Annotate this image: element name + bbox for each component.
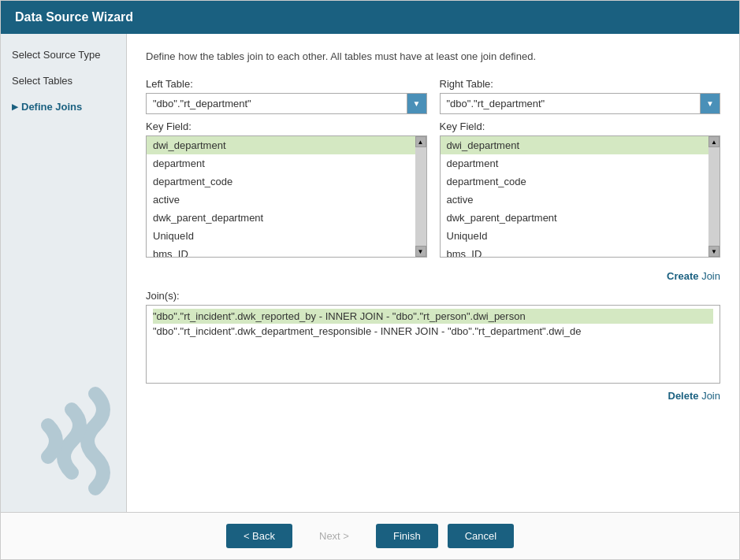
sidebar-item-label: Define Joins bbox=[21, 101, 82, 113]
left-table-dropdown-btn[interactable]: ▼ bbox=[407, 93, 427, 114]
right-table-label: Right Table: bbox=[440, 78, 721, 90]
key-fields-row: Key Field: dwi_department department dep… bbox=[146, 121, 720, 258]
create-join-rest: Join bbox=[699, 270, 720, 282]
chevron-icon: ▶ bbox=[12, 102, 18, 111]
delete-join-link[interactable]: Delete Join bbox=[668, 390, 721, 402]
main-content: Define how the tables join to each other… bbox=[127, 34, 739, 512]
sidebar-logo bbox=[1, 370, 127, 496]
list-item[interactable]: active bbox=[441, 191, 709, 209]
dialog-body: Select Source Type Select Tables ▶ Defin… bbox=[1, 34, 739, 512]
sidebar-item-label: Select Source Type bbox=[12, 49, 101, 61]
right-table-dropdown-btn[interactable]: ▼ bbox=[700, 93, 720, 114]
scrollbar-down-btn[interactable]: ▼ bbox=[708, 246, 720, 257]
scrollbar-down-btn[interactable]: ▼ bbox=[415, 246, 426, 257]
left-key-field-listbox[interactable]: dwi_department department department_cod… bbox=[146, 135, 427, 258]
dialog-title: Data Source Wizard bbox=[15, 10, 133, 24]
cancel-button[interactable]: Cancel bbox=[448, 524, 514, 548]
right-table-section: Right Table: "dbo"."rt_department" ▼ bbox=[440, 78, 721, 114]
sidebar-item-select-source-type[interactable]: Select Source Type bbox=[1, 42, 126, 68]
joins-label: Join(s): bbox=[146, 290, 720, 302]
right-table-dropdown-wrapper: "dbo"."rt_department" ▼ bbox=[440, 93, 721, 114]
scrollbar-track bbox=[415, 147, 426, 246]
logo-icon bbox=[17, 370, 111, 496]
right-table-select[interactable]: "dbo"."rt_department" bbox=[440, 93, 721, 114]
tables-row: Left Table: "dbo"."rt_department" ▼ Righ… bbox=[146, 78, 720, 114]
scrollbar-up-btn[interactable]: ▲ bbox=[708, 136, 720, 147]
left-table-select[interactable]: "dbo"."rt_department" bbox=[146, 93, 427, 114]
back-button[interactable]: < Back bbox=[226, 524, 292, 548]
create-join-bold: Create bbox=[667, 270, 698, 282]
list-item[interactable]: dwi_department bbox=[441, 136, 709, 154]
delete-join-bold: Delete bbox=[668, 390, 699, 402]
list-item[interactable]: UniqueId bbox=[147, 227, 415, 245]
right-key-field-label: Key Field: bbox=[440, 121, 721, 132]
list-item[interactable]: department_code bbox=[147, 172, 415, 191]
next-button: Next > bbox=[302, 524, 366, 548]
list-item[interactable]: UniqueId bbox=[441, 227, 709, 245]
list-item[interactable]: dwk_parent_department bbox=[147, 209, 415, 227]
left-table-label: Left Table: bbox=[146, 78, 427, 90]
list-item[interactable]: dwk_parent_department bbox=[441, 209, 709, 227]
sidebar-item-define-joins[interactable]: ▶ Define Joins bbox=[1, 94, 126, 120]
scrollbar-track bbox=[708, 147, 720, 246]
right-key-field-section: Key Field: dwi_department department dep… bbox=[440, 121, 721, 258]
left-listbox-scrollbar[interactable]: ▲ ▼ bbox=[415, 136, 426, 257]
sidebar-item-select-tables[interactable]: Select Tables bbox=[1, 68, 126, 94]
left-key-field-label: Key Field: bbox=[146, 121, 427, 132]
join-item[interactable]: "dbo"."rt_incident".dwk_department_respo… bbox=[153, 324, 713, 339]
sidebar-item-label: Select Tables bbox=[12, 75, 73, 87]
list-item[interactable]: bms_ID bbox=[441, 245, 709, 258]
delete-join-row: Delete Join bbox=[146, 390, 720, 402]
footer: < Back Next > Finish Cancel bbox=[1, 512, 739, 559]
right-listbox-inner: dwi_department department department_cod… bbox=[441, 136, 720, 258]
list-item[interactable]: department bbox=[441, 154, 709, 172]
scrollbar-up-btn[interactable]: ▲ bbox=[415, 136, 426, 147]
left-key-field-section: Key Field: dwi_department department dep… bbox=[146, 121, 427, 258]
finish-button[interactable]: Finish bbox=[376, 524, 438, 548]
right-key-field-listbox[interactable]: dwi_department department department_cod… bbox=[440, 135, 721, 258]
sidebar: Select Source Type Select Tables ▶ Defin… bbox=[1, 34, 127, 512]
list-item[interactable]: dwi_department bbox=[147, 136, 415, 154]
list-item[interactable]: department_code bbox=[441, 172, 709, 191]
left-listbox-inner: dwi_department department department_cod… bbox=[147, 136, 426, 258]
list-item[interactable]: active bbox=[147, 191, 415, 209]
joins-box[interactable]: "dbo"."rt_incident".dwk_reported_by - IN… bbox=[146, 305, 720, 384]
left-table-dropdown-wrapper: "dbo"."rt_department" ▼ bbox=[146, 93, 427, 114]
dialog-window: Data Source Wizard Select Source Type Se… bbox=[0, 0, 740, 560]
left-table-section: Left Table: "dbo"."rt_department" ▼ bbox=[146, 78, 427, 114]
list-item[interactable]: bms_ID bbox=[147, 245, 415, 258]
join-item[interactable]: "dbo"."rt_incident".dwk_reported_by - IN… bbox=[153, 309, 713, 324]
right-listbox-scrollbar[interactable]: ▲ ▼ bbox=[708, 136, 720, 257]
list-item[interactable]: department bbox=[147, 154, 415, 172]
create-join-row: Create Join bbox=[146, 270, 720, 282]
dialog-header: Data Source Wizard bbox=[1, 1, 739, 34]
create-join-link[interactable]: Create Join bbox=[667, 270, 720, 282]
delete-join-rest: Join bbox=[699, 390, 720, 402]
instruction-text: Define how the tables join to each other… bbox=[146, 50, 720, 64]
